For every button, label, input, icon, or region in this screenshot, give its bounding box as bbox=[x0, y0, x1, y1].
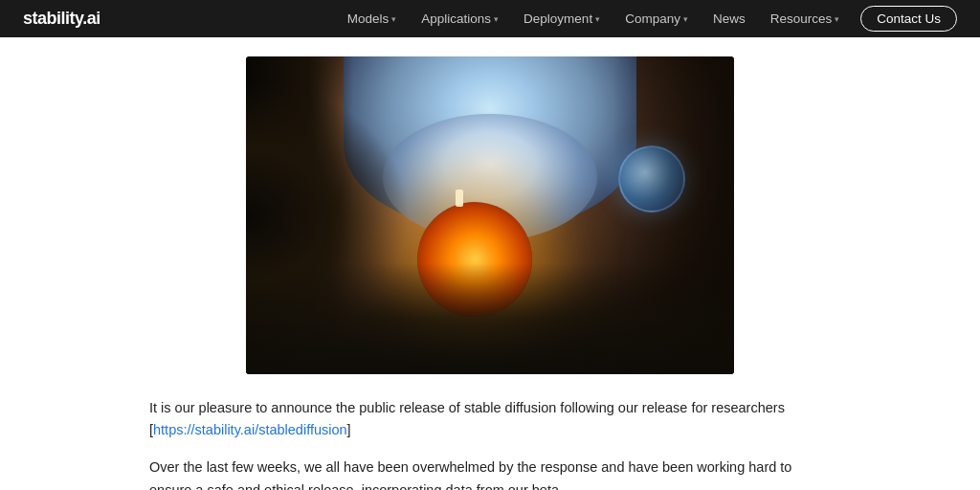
nav-item-models[interactable]: Models ▾ bbox=[338, 8, 407, 30]
image-figure bbox=[456, 189, 463, 207]
hero-image bbox=[246, 56, 734, 374]
chevron-down-icon: ▾ bbox=[683, 14, 688, 24]
image-right-detail bbox=[612, 56, 735, 374]
intro-text-after-link: ] bbox=[347, 422, 351, 437]
chevron-down-icon: ▾ bbox=[595, 14, 600, 24]
hero-image-canvas bbox=[246, 56, 734, 374]
article-text: It is our pleasure to announce the publi… bbox=[126, 397, 854, 490]
main-content: It is our pleasure to announce the publi… bbox=[126, 37, 854, 490]
site-logo[interactable]: stability.ai bbox=[23, 9, 100, 29]
nav-item-deployment[interactable]: Deployment ▾ bbox=[514, 8, 610, 30]
navigation: stability.ai Models ▾ Applications ▾ Dep… bbox=[0, 0, 980, 37]
stablediffusion-link[interactable]: https://stability.ai/stablediffusion bbox=[153, 422, 347, 437]
contact-us-button[interactable]: Contact Us bbox=[860, 6, 957, 32]
chevron-down-icon: ▾ bbox=[835, 14, 839, 24]
intro-paragraph: It is our pleasure to announce the publi… bbox=[149, 397, 831, 441]
chevron-down-icon: ▾ bbox=[494, 14, 499, 24]
chevron-down-icon: ▾ bbox=[391, 14, 396, 24]
nav-links: Models ▾ Applications ▾ Deployment ▾ Com… bbox=[338, 6, 957, 32]
body-paragraph: Over the last few weeks, we all have bee… bbox=[149, 457, 831, 490]
nav-item-company[interactable]: Company ▾ bbox=[615, 8, 698, 30]
nav-item-resources[interactable]: Resources ▾ bbox=[761, 8, 850, 30]
nav-item-news[interactable]: News bbox=[703, 8, 755, 30]
nav-item-applications[interactable]: Applications ▾ bbox=[412, 8, 508, 30]
